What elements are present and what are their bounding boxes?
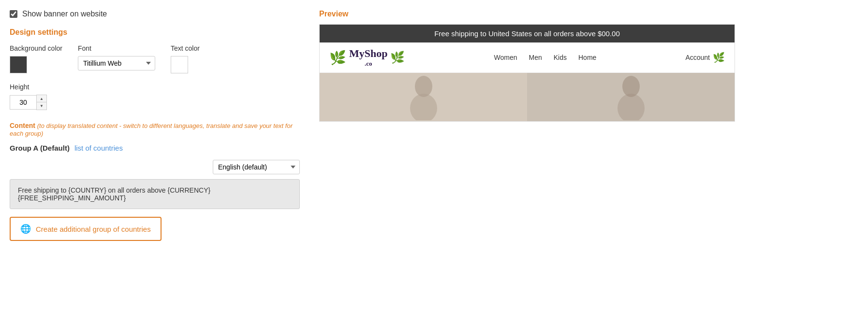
account-label[interactable]: Account [685, 54, 710, 61]
nav-right-leaf-icon: 🌿 [713, 52, 725, 63]
preview-container: Free shipping to United States on all or… [319, 24, 735, 122]
globe-icon: 🌐 [20, 224, 31, 234]
list-of-countries-link[interactable]: list of countries [74, 144, 123, 152]
create-group-button[interactable]: 🌐 Create additional group of countries [10, 217, 162, 241]
text-color-label: Text color [171, 44, 200, 52]
preview-panel: Preview Free shipping to United States o… [319, 10, 858, 251]
design-row: Background color Font Titillium Web Aria… [10, 44, 300, 73]
spinner-buttons: ▲ ▼ [36, 95, 47, 110]
nav-link-kids[interactable]: Kids [554, 54, 567, 61]
create-group-label: Create additional group of countries [36, 225, 151, 233]
preview-title: Preview [319, 10, 858, 18]
font-select[interactable]: Titillium Web Arial Georgia Roboto Open … [78, 56, 155, 70]
show-banner-checkbox[interactable] [10, 10, 17, 18]
person-silhouette-left [404, 74, 443, 120]
background-color-label: Background color [10, 44, 62, 52]
group-row: Group A (Default) list of countries [10, 144, 300, 152]
person-silhouette-right [612, 74, 650, 120]
preview-logo: 🌿 MyShop .co 🌿 [329, 47, 405, 68]
group-name: Group A (Default) [10, 144, 70, 152]
height-section: Height ▲ ▼ [10, 83, 300, 110]
height-spinner: ▲ ▼ [10, 95, 300, 110]
height-increment-button[interactable]: ▲ [37, 95, 46, 102]
preview-image-right [527, 73, 735, 121]
font-group: Font Titillium Web Arial Georgia Roboto … [78, 44, 155, 70]
language-row: English (default) French Spanish German [10, 160, 300, 174]
preview-nav: 🌿 MyShop .co 🌿 Women Men Kids Home A [320, 42, 735, 73]
show-banner-row: Show banner on website [10, 10, 300, 18]
height-decrement-button[interactable]: ▼ [37, 102, 46, 110]
language-select[interactable]: English (default) French Spanish German [213, 160, 300, 174]
logo-leaf-right: 🌿 [390, 51, 405, 64]
logo-leaf-left: 🌿 [329, 50, 346, 66]
logo-text: MyShop .co [349, 47, 387, 68]
nav-link-men[interactable]: Men [529, 54, 542, 61]
svg-point-3 [618, 94, 645, 120]
preview-images [320, 73, 735, 121]
height-label: Height [10, 83, 300, 91]
height-input[interactable] [10, 95, 36, 110]
nav-link-women[interactable]: Women [494, 54, 517, 61]
font-label: Font [78, 44, 155, 52]
svg-point-1 [410, 94, 437, 120]
nav-link-home[interactable]: Home [578, 54, 596, 61]
content-section: Content (to display translated content -… [10, 122, 300, 241]
template-text-area[interactable]: Free shipping to {COUNTRY} on all orders… [10, 179, 300, 209]
preview-image-left [320, 73, 527, 121]
text-color-group: Text color [171, 44, 200, 73]
background-color-group: Background color [10, 44, 62, 73]
background-color-swatch[interactable] [10, 56, 27, 73]
show-banner-label: Show banner on website [22, 10, 107, 18]
design-settings-title: Design settings [10, 28, 300, 37]
preview-nav-account: Account 🌿 [685, 52, 725, 63]
preview-banner: Free shipping to United States on all or… [320, 25, 735, 42]
content-title: Content (to display translated content -… [10, 122, 300, 137]
preview-nav-links: Women Men Kids Home [419, 54, 671, 61]
text-color-swatch[interactable] [171, 56, 188, 73]
